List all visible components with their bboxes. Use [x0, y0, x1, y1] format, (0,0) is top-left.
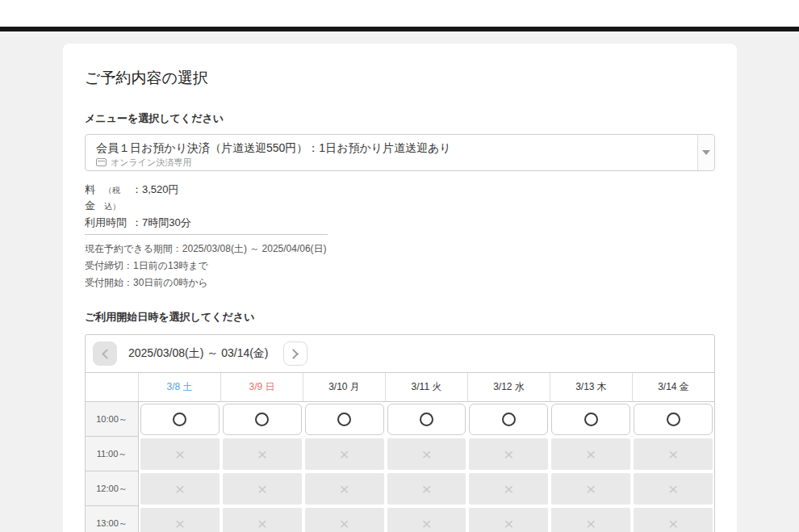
available-circle-icon — [337, 413, 351, 426]
day-header-label: 3/10 月 — [328, 380, 360, 394]
slot-available-10:00～-3/9 日[interactable] — [223, 404, 302, 435]
slot-cell: × — [467, 437, 550, 471]
duration-value: ：7時間30分 — [132, 215, 191, 231]
slot-unavailable-11:00～-3/14 金: × — [634, 438, 713, 470]
slot-available-10:00～-3/8 土[interactable] — [140, 404, 220, 435]
select-arrow-zone[interactable] — [697, 135, 714, 170]
slot-unavailable-11:00～-3/8 土: × — [140, 438, 220, 470]
slot-available-10:00～-3/12 水[interactable] — [469, 404, 548, 435]
price-row: 料金 （税込） ：3,520円 — [85, 182, 715, 215]
slot-cell: × — [139, 506, 221, 532]
slot-cell: × — [632, 506, 714, 532]
slot-cell: × — [221, 437, 303, 471]
slot-unavailable-11:00～-3/9 日: × — [223, 438, 302, 470]
day-header-label: 3/11 火 — [412, 380, 442, 394]
slot-cell — [303, 402, 386, 437]
slot-cell — [139, 402, 221, 437]
price-label: 料金 （税込） — [85, 182, 132, 215]
credit-card-icon — [96, 158, 107, 166]
start-info: 受付開始：30日前の0時から — [85, 274, 715, 291]
time-row-12:00～: 12:00～××××××× — [86, 471, 714, 506]
reservation-card: ご予約内容の選択 メニューを選択してください 会員１日お預かり決済（片道送迎55… — [63, 44, 737, 532]
slot-cell — [386, 402, 468, 437]
slot-cell: × — [303, 437, 386, 471]
slot-cell: × — [386, 471, 468, 506]
slot-cell: × — [386, 437, 468, 471]
day-header-3/13 木: 3/13 木 — [550, 373, 633, 401]
time-row-10:00～: 10:00～ — [86, 402, 714, 437]
price-label-text: 料金 — [85, 182, 102, 214]
slot-cell: × — [303, 471, 386, 506]
day-header-3/8 土: 3/8 土 — [139, 373, 221, 401]
menu-details: 料金 （税込） ：3,520円 利用時間 ：7時間30分 — [85, 182, 715, 231]
menu-select-note: オンライン決済専用 — [96, 157, 687, 167]
slot-unavailable-13:00～-3/13 木: × — [551, 508, 630, 532]
day-header-label: 3/8 土 — [166, 380, 192, 394]
slot-cell: × — [303, 506, 386, 532]
slot-cell — [467, 402, 550, 437]
slot-unavailable-11:00～-3/12 水: × — [469, 438, 548, 470]
tax-note: （税込） — [104, 182, 132, 215]
slot-cell — [550, 402, 632, 437]
slot-unavailable-11:00～-3/13 木: × — [551, 438, 630, 470]
slot-available-10:00～-3/10 月[interactable] — [305, 404, 384, 435]
day-header-label: 3/14 金 — [658, 380, 689, 394]
top-white-strip — [0, 0, 799, 27]
time-column-header — [86, 373, 139, 401]
slot-available-10:00～-3/11 火[interactable] — [387, 404, 466, 435]
time-label: 12:00～ — [86, 471, 139, 506]
slot-unavailable-12:00～-3/11 火: × — [387, 473, 466, 505]
day-header-label: 3/12 水 — [493, 380, 525, 394]
slot-unavailable-12:00～-3/8 土: × — [140, 473, 220, 505]
calendar-day-header-row: 3/8 土3/9 日3/10 月3/11 火3/12 水3/13 木3/14 金 — [86, 373, 714, 402]
slot-cell: × — [386, 506, 468, 532]
slot-unavailable-11:00～-3/10 月: × — [305, 438, 384, 470]
day-header-3/14 金: 3/14 金 — [633, 373, 714, 401]
next-week-button[interactable] — [283, 341, 307, 366]
slot-cell: × — [221, 471, 303, 506]
calendar-nav: 2025/03/08(土) ～ 03/14(金) — [86, 335, 714, 373]
page-title: ご予約内容の選択 — [85, 44, 715, 86]
calendar: 2025/03/08(土) ～ 03/14(金) 3/8 土3/9 日3/10 … — [85, 334, 715, 532]
menu-section-label: メニューを選択してください — [85, 113, 715, 124]
slot-available-10:00～-3/14 金[interactable] — [634, 404, 713, 435]
time-label: 10:00～ — [86, 402, 139, 437]
slot-unavailable-11:00～-3/11 火: × — [387, 438, 466, 470]
duration-row: 利用時間 ：7時間30分 — [85, 215, 715, 231]
slot-unavailable-12:00～-3/9 日: × — [223, 473, 302, 505]
schedule-section-label: ご利用開始日時を選択してください — [85, 312, 715, 323]
prev-week-button[interactable] — [93, 341, 117, 366]
day-header-label: 3/13 木 — [575, 380, 607, 394]
price-value: ：3,520円 — [132, 182, 179, 215]
slot-unavailable-12:00～-3/14 金: × — [634, 473, 713, 505]
available-circle-icon — [584, 413, 598, 426]
slot-cell: × — [632, 471, 714, 506]
slot-unavailable-13:00～-3/9 日: × — [223, 508, 302, 532]
day-header-3/11 火: 3/11 火 — [386, 373, 468, 401]
week-range-label: 2025/03/08(土) ～ 03/14(金) — [128, 346, 269, 361]
slot-available-10:00～-3/13 木[interactable] — [551, 404, 630, 435]
available-circle-icon — [667, 413, 680, 426]
time-label: 11:00～ — [86, 437, 139, 471]
slot-unavailable-13:00～-3/10 月: × — [305, 508, 384, 532]
available-circle-icon — [255, 413, 269, 426]
reservable-period: 現在予約できる期間：2025/03/08(土) ～ 2025/04/06(日) — [85, 241, 715, 258]
slot-unavailable-12:00～-3/13 木: × — [551, 473, 630, 505]
calendar-body: 10:00～11:00～×××××××12:00～×××××××13:00～××… — [86, 402, 714, 532]
deadline-info: 受付締切：1日前の13時まで — [85, 258, 715, 274]
day-header-label: 3/9 日 — [249, 380, 274, 394]
chevron-down-icon — [702, 150, 710, 155]
duration-label: 利用時間 — [85, 215, 132, 231]
slot-cell: × — [221, 506, 303, 532]
slot-cell: × — [139, 437, 221, 471]
slot-cell — [221, 402, 303, 437]
menu-select[interactable]: 会員１日お預かり決済（片道送迎550円）：1日お預かり片道送迎あり オンライン決… — [85, 134, 715, 171]
time-label: 13:00～ — [86, 506, 139, 532]
slot-cell: × — [139, 471, 221, 506]
slot-unavailable-13:00～-3/11 火: × — [387, 508, 466, 532]
time-row-11:00～: 11:00～××××××× — [86, 437, 714, 471]
slot-cell: × — [632, 437, 714, 471]
available-circle-icon — [173, 413, 186, 426]
time-row-13:00～: 13:00～××××××× — [86, 506, 714, 532]
chevron-left-icon — [102, 349, 112, 359]
